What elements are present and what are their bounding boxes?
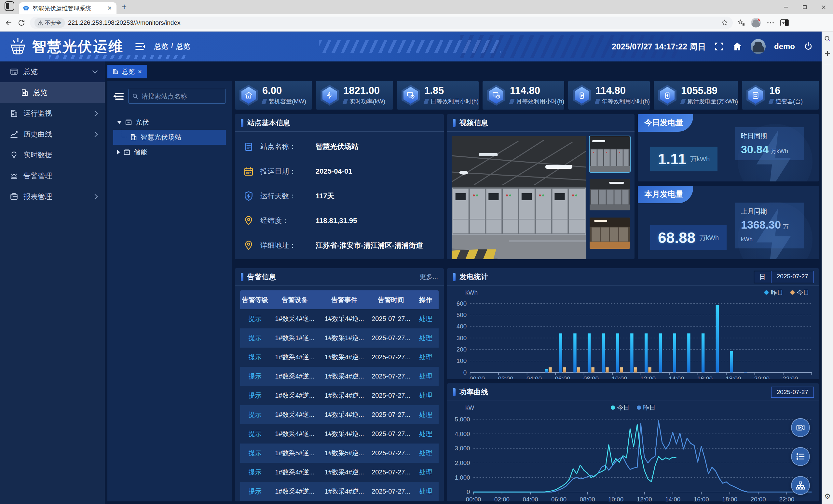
new-tab-button[interactable]: +	[122, 2, 126, 12]
sidebar-search-icon[interactable]	[824, 35, 831, 42]
video-thumbnail-1[interactable]	[590, 136, 630, 172]
alarm-level-link[interactable]: 提示	[240, 487, 270, 496]
alarm-level-link[interactable]: 提示	[240, 410, 270, 419]
url-text[interactable]: 221.226.253.198:20253/#/monitors/index	[68, 19, 718, 26]
gen-date-picker[interactable]: 2025-07-27	[771, 271, 814, 283]
legend-item[interactable]: 昨日	[764, 288, 783, 297]
caret-open-icon[interactable]	[117, 121, 122, 124]
stat-badge	[239, 85, 258, 106]
workspace-tabbar: 总览 ×	[105, 61, 822, 78]
svg-text:06:00: 06:00	[555, 375, 570, 379]
legend-label: 昨日	[643, 404, 656, 411]
overview-icon	[10, 68, 18, 76]
alarm-handle-link[interactable]: 处理	[413, 314, 438, 323]
back-button[interactable]	[4, 19, 13, 27]
stat-card-装机容量(MW): 6.00装机容量(MW)	[235, 81, 312, 109]
period-mode-button[interactable]: 日	[754, 271, 771, 283]
stat-card-年等效利用小时(h): 114.80年等效利用小时(h)	[568, 81, 650, 109]
sidebar-subitem-总览[interactable]: 总览	[0, 82, 105, 103]
security-badge[interactable]: 不安全	[34, 18, 65, 28]
power-date-picker[interactable]: 2025-07-27	[771, 387, 814, 398]
realtime-icon	[10, 151, 18, 159]
svg-text:04:00: 04:00	[523, 496, 538, 501]
tree-node-储能[interactable]: 储能	[113, 145, 226, 160]
svg-text:04:00: 04:00	[526, 375, 542, 379]
tree-node-智慧光伏场站[interactable]: 智慧光伏场站	[113, 130, 226, 145]
site-info-value: 118.81,31.95	[316, 217, 357, 225]
refresh-button[interactable]	[18, 19, 25, 27]
stat-card-实时功率(kW): 1821.00实时功率(kW)	[316, 81, 393, 109]
sidebar-item-总览[interactable]: 总览	[0, 61, 105, 82]
minimize-button[interactable]	[777, 0, 795, 14]
legend-item[interactable]: 昨日	[637, 404, 656, 412]
bookmark-star-icon[interactable]	[721, 19, 728, 26]
alarm-level-link[interactable]: 提示	[240, 391, 270, 400]
sidebar-add-icon[interactable]	[825, 50, 830, 56]
svg-text:06:00: 06:00	[551, 496, 567, 501]
home-icon[interactable]	[733, 42, 742, 51]
alarm-handle-link[interactable]: 处理	[413, 449, 438, 457]
caret-closed-icon[interactable]	[117, 150, 120, 154]
sidebar-item-实时数据[interactable]: 实时数据	[0, 145, 105, 166]
station-search-input[interactable]	[142, 93, 221, 100]
alarm-level-link[interactable]: 提示	[240, 334, 270, 343]
settings-gear-icon[interactable]: ⚙	[824, 492, 831, 501]
generation-bar-chart: 010020030040050060000:0002:0004:0006:000…	[450, 300, 816, 379]
alarm-handle-link[interactable]: 处理	[413, 468, 438, 477]
alarm-handle-link[interactable]: 处理	[413, 487, 438, 496]
video-thumbnail-2[interactable]	[590, 179, 630, 210]
legend-item[interactable]: 今日	[611, 404, 629, 412]
sidebar-item-报表管理[interactable]: 报表管理	[0, 186, 105, 207]
alarm-handle-link[interactable]: 处理	[413, 372, 438, 381]
building-icon	[113, 69, 118, 74]
sidebar-item-运行监视[interactable]: 运行监视	[0, 103, 105, 124]
alarm-level-link[interactable]: 提示	[240, 430, 270, 438]
alarm-level-link[interactable]: 提示	[240, 468, 270, 477]
alarm-handle-link[interactable]: 处理	[413, 410, 438, 419]
tab-close-icon[interactable]: ✕	[106, 5, 113, 12]
browser-tab[interactable]: 智能光伏运维管理系统 ✕	[19, 2, 117, 14]
alarm-level-link[interactable]: 提示	[240, 372, 270, 381]
breadcrumb-item[interactable]: 总览	[154, 42, 168, 51]
fab-list-icon[interactable]	[791, 447, 810, 466]
alarm-level-link[interactable]: 提示	[240, 353, 270, 361]
maximize-button[interactable]	[795, 0, 814, 14]
fab-topology-icon[interactable]	[791, 476, 810, 495]
alarm-handle-link[interactable]: 处理	[413, 430, 438, 438]
url-bar[interactable]: 不安全 221.226.253.198:20253/#/monitors/ind…	[30, 17, 733, 29]
fullscreen-icon[interactable]	[714, 42, 724, 51]
close-window-button[interactable]	[814, 0, 833, 14]
tree-collapse-icon[interactable]	[113, 92, 124, 100]
workspace-tab-overview[interactable]: 总览 ×	[108, 65, 147, 78]
menu-collapse-icon[interactable]	[135, 42, 145, 51]
alarm-handle-link[interactable]: 处理	[413, 334, 438, 343]
breadcrumb-item[interactable]: 总览	[176, 42, 190, 51]
browser-menu-icon[interactable]	[767, 19, 775, 27]
legend-item[interactable]: 今日	[790, 288, 809, 297]
alarm-level-link[interactable]: 提示	[240, 449, 270, 457]
browser-profile-avatar[interactable]	[751, 18, 761, 28]
station-tree-panel: 光伏智慧光伏场站储能	[108, 81, 232, 501]
workspaces-icon[interactable]	[4, 1, 14, 11]
battery-icon	[663, 91, 672, 100]
alarm-time: 2025-07-27...	[369, 488, 413, 495]
sidebar-item-告警管理[interactable]: 告警管理	[0, 166, 105, 186]
workspace-tab-close-icon[interactable]: ×	[138, 68, 142, 75]
alarm-level-link[interactable]: 提示	[240, 314, 270, 323]
video-player-main[interactable]	[452, 136, 586, 259]
alarm-handle-link[interactable]: 处理	[413, 353, 438, 361]
user-avatar[interactable]	[751, 39, 766, 54]
alarm-event: 1#数采4#逆...	[319, 391, 369, 400]
video-thumbnail-3[interactable]	[590, 218, 630, 249]
alarm-handle-link[interactable]: 处理	[413, 391, 438, 400]
fab-video-camera-icon[interactable]	[791, 418, 810, 437]
lastmonth-compare-box: 上月同期 1368.30万kWh	[735, 203, 804, 248]
alarm-device: 1#数采4#逆...	[270, 468, 320, 477]
tree-node-光伏[interactable]: 光伏	[113, 115, 226, 130]
sidebar-toggle-icon[interactable]	[780, 19, 789, 26]
alarm-more-link[interactable]: 更多...	[420, 273, 438, 281]
favorites-icon[interactable]	[737, 19, 745, 27]
video-panel: 视频信息	[447, 114, 635, 259]
sidebar-item-历史曲线[interactable]: 历史曲线	[0, 124, 105, 145]
logout-power-icon[interactable]	[803, 42, 813, 51]
